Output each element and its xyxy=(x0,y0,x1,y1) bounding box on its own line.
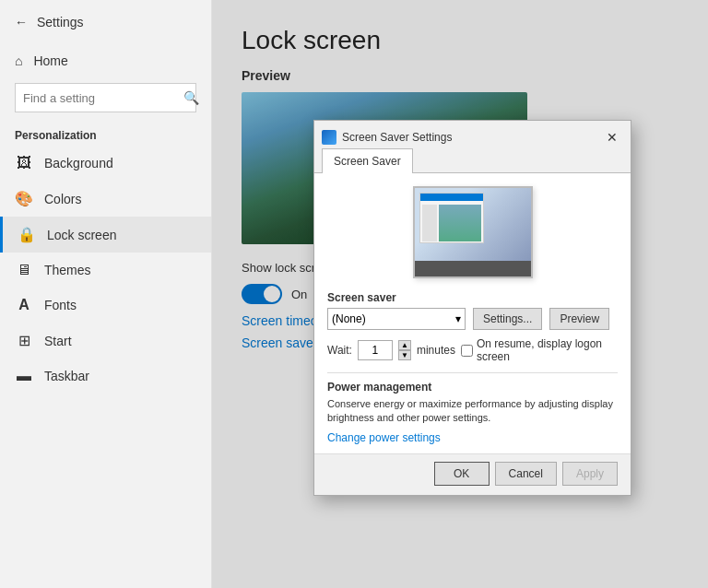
sidebar-item-label: Themes xyxy=(44,263,91,277)
dropdown-arrow-icon: ▾ xyxy=(455,312,461,325)
sidebar: ← Settings ⌂ Home 🔍 Personalization 🖼 Ba… xyxy=(0,0,212,588)
sidebar-home-label: Home xyxy=(33,53,67,68)
screen-preview-inner xyxy=(415,188,531,261)
dialog-titlebar: Screen Saver Settings ✕ xyxy=(314,121,631,148)
wait-label: Wait: xyxy=(327,344,352,357)
sidebar-item-colors[interactable]: 🎨 Colors xyxy=(0,181,211,217)
tab-screen-saver[interactable]: Screen Saver xyxy=(322,148,413,173)
spinner-up[interactable]: ▲ xyxy=(398,340,411,350)
sidebar-item-label: Lock screen xyxy=(47,228,116,242)
screen-preview-taskbar xyxy=(415,261,531,276)
sidebar-item-lock-screen[interactable]: 🔒 Lock screen xyxy=(0,217,211,253)
home-icon: ⌂ xyxy=(15,53,22,68)
sidebar-header: ← Settings xyxy=(0,0,211,44)
sidebar-title: Settings xyxy=(37,15,84,29)
sidebar-item-label: Colors xyxy=(44,192,81,206)
colors-icon: 🎨 xyxy=(15,190,33,207)
cancel-button[interactable]: Cancel xyxy=(495,462,557,486)
dialog-app-icon xyxy=(322,130,336,145)
resume-checkbox-row: On resume, display logon screen xyxy=(461,337,618,363)
sidebar-item-taskbar[interactable]: ▬ Taskbar xyxy=(0,359,211,394)
wait-input[interactable] xyxy=(358,340,393,360)
dialog-titlebar-left: Screen Saver Settings xyxy=(322,130,452,145)
window-sidebar xyxy=(422,205,437,241)
main-content: Lock screen Preview Show lock screen bac… xyxy=(212,0,708,588)
dialog-tabs: Screen Saver xyxy=(314,148,631,173)
search-icon: 🔍 xyxy=(183,90,199,105)
search-input[interactable] xyxy=(23,91,178,105)
screen-preview-box xyxy=(413,186,533,278)
back-icon[interactable]: ← xyxy=(15,15,28,29)
taskbar-icon: ▬ xyxy=(15,368,33,384)
sidebar-item-label: Start xyxy=(44,334,72,348)
wait-row: Wait: ▲ ▼ minutes On resume, display log… xyxy=(327,337,618,363)
screen-saver-form-row: (None) ▾ Settings... Preview xyxy=(327,308,618,330)
resume-label: On resume, display logon screen xyxy=(477,337,618,363)
spinner-buttons: ▲ ▼ xyxy=(398,340,411,360)
dialog-title: Screen Saver Settings xyxy=(342,131,452,144)
apply-button[interactable]: Apply xyxy=(562,462,618,486)
change-power-settings-link[interactable]: Change power settings xyxy=(327,431,441,444)
settings-button[interactable]: Settings... xyxy=(473,308,542,330)
dialog-close-button[interactable]: ✕ xyxy=(601,126,623,148)
sidebar-item-themes[interactable]: 🖥 Themes xyxy=(0,253,211,288)
sidebar-item-fonts[interactable]: A Fonts xyxy=(0,288,211,323)
screen-saver-dialog: Screen Saver Settings ✕ Screen Saver xyxy=(313,120,631,496)
personalization-label: Personalization xyxy=(0,122,211,146)
spinner-down[interactable]: ▼ xyxy=(398,350,411,360)
background-icon: 🖼 xyxy=(15,155,33,171)
dialog-body: Screen saver (None) ▾ Settings... Previe… xyxy=(314,173,631,453)
dropdown-value: (None) xyxy=(332,312,366,325)
power-title: Power management xyxy=(327,381,618,394)
power-management-section: Power management Conserve energy or maxi… xyxy=(327,372,618,444)
ok-button[interactable]: OK xyxy=(434,462,490,486)
window-title-bar xyxy=(420,194,483,201)
sidebar-item-label: Background xyxy=(44,156,113,171)
window-main xyxy=(439,205,481,241)
preview-button[interactable]: Preview xyxy=(549,308,609,330)
power-desc: Conserve energy or maximize performance … xyxy=(327,397,618,426)
window-content xyxy=(420,203,483,243)
wait-unit-label: minutes xyxy=(417,344,455,357)
screen-preview-window xyxy=(419,193,484,243)
themes-icon: 🖥 xyxy=(15,262,33,278)
resume-checkbox[interactable] xyxy=(461,345,473,357)
sidebar-item-home[interactable]: ⌂ Home xyxy=(0,44,211,77)
fonts-icon: A xyxy=(15,297,33,313)
sidebar-item-label: Fonts xyxy=(44,298,77,312)
sidebar-search-box[interactable]: 🔍 xyxy=(15,83,196,112)
screen-saver-dropdown[interactable]: (None) ▾ xyxy=(327,308,466,330)
screen-saver-section-label: Screen saver xyxy=(327,291,618,304)
sidebar-item-label: Taskbar xyxy=(44,369,89,383)
sidebar-item-start[interactable]: ⊞ Start xyxy=(0,323,211,359)
lock-icon: 🔒 xyxy=(18,226,36,243)
sidebar-item-background[interactable]: 🖼 Background xyxy=(0,146,211,181)
start-icon: ⊞ xyxy=(15,332,33,349)
dialog-footer: OK Cancel Apply xyxy=(314,453,631,495)
